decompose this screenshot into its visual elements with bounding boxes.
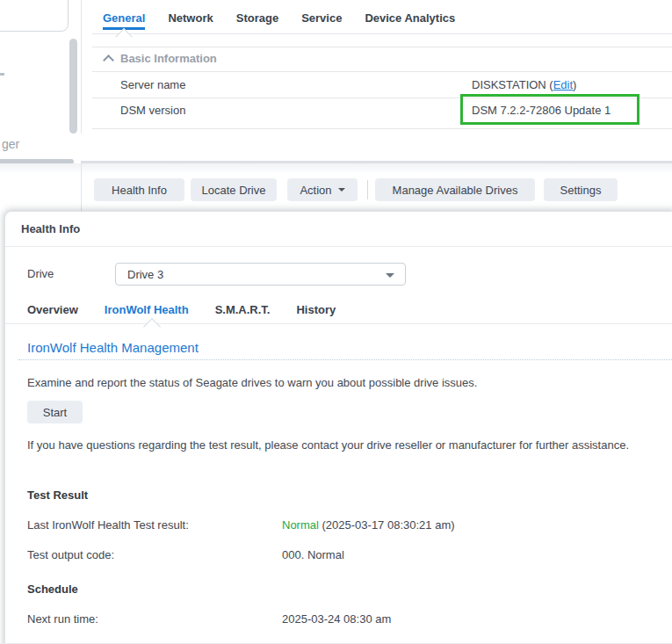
last-test-value: Normal (2025-03-17 08:30:21 am) xyxy=(282,518,455,532)
drive-label: Drive xyxy=(27,267,54,280)
left-edge-mark xyxy=(0,73,4,76)
notch-up-icon xyxy=(115,28,133,46)
dialog-title: Health Info xyxy=(21,222,80,235)
locate-drive-button-label: Locate Drive xyxy=(202,184,266,197)
schedule-heading: Schedule xyxy=(27,582,78,596)
test-result-heading: Test Result xyxy=(27,488,88,502)
window-top-fade xyxy=(0,163,672,174)
panel-divider xyxy=(81,0,82,134)
tab-overview[interactable]: Overview xyxy=(27,303,78,316)
divider xyxy=(92,71,672,72)
panel-divider xyxy=(81,163,82,211)
divider xyxy=(5,246,672,247)
action-menu-button[interactable]: Action xyxy=(287,178,358,201)
window-title-fragment: ger xyxy=(2,137,19,151)
divider xyxy=(92,47,672,47)
chevron-up-icon[interactable] xyxy=(103,54,114,66)
server-name-text: DISKSTATION ( xyxy=(472,78,553,91)
tab-device-analytics[interactable]: Device Analytics xyxy=(365,11,455,30)
health-info-button[interactable]: Health Info xyxy=(94,178,184,201)
toolbar-separator xyxy=(367,180,368,199)
description-text: Examine and report the status of Seagate… xyxy=(27,376,477,389)
control-panel-tab-bar: General Network Storage Service Device A… xyxy=(103,11,455,30)
manage-available-drives-button[interactable]: Manage Available Drives xyxy=(375,178,535,201)
health-info-dialog: Health Info Drive Drive 3 Overview IronW… xyxy=(4,211,672,644)
ironwolf-section-heading: IronWolf Health Management xyxy=(27,340,199,355)
tab-service[interactable]: Service xyxy=(301,11,342,30)
caret-down-icon xyxy=(338,188,345,192)
start-button[interactable]: Start xyxy=(27,401,83,423)
status-normal: Normal xyxy=(282,518,319,532)
left-panel-corner-box xyxy=(0,0,69,32)
server-name-value: DISKSTATION (Edit) xyxy=(472,78,576,91)
settings-button-label: Settings xyxy=(560,184,602,197)
caret-down-icon xyxy=(386,273,394,278)
server-name-label: Server name xyxy=(120,78,185,91)
edit-link[interactable]: Edit xyxy=(553,78,573,91)
start-button-label: Start xyxy=(43,406,67,419)
divider xyxy=(5,323,672,324)
note-text: If you have questions regarding the test… xyxy=(27,436,655,455)
output-code-value: 000. Normal xyxy=(282,548,344,561)
tab-general[interactable]: General xyxy=(103,11,145,30)
basic-information-title: Basic Information xyxy=(120,52,217,65)
server-name-suffix: ) xyxy=(573,78,576,91)
screenshot-root: General Network Storage Service Device A… xyxy=(0,0,672,644)
dialog-tab-bar: Overview IronWolf Health S.M.A.R.T. Hist… xyxy=(27,303,336,316)
tab-history[interactable]: History xyxy=(296,303,336,316)
dsm-version-label: DSM version xyxy=(120,104,185,117)
output-code-label: Test output code: xyxy=(27,548,114,561)
drive-select[interactable]: Drive 3 xyxy=(115,263,406,286)
next-run-label: Next run time: xyxy=(27,612,98,626)
health-info-button-label: Health Info xyxy=(112,184,167,197)
drive-select-value: Drive 3 xyxy=(127,268,163,281)
action-button-label: Action xyxy=(300,184,331,197)
tab-storage[interactable]: Storage xyxy=(236,11,278,30)
divider xyxy=(92,33,672,34)
tab-network[interactable]: Network xyxy=(168,11,213,30)
next-run-value: 2025-03-24 08:30 am xyxy=(282,612,391,626)
divider xyxy=(92,128,672,129)
settings-button[interactable]: Settings xyxy=(544,178,618,201)
annotation-highlight-box xyxy=(460,94,639,125)
tab-smart[interactable]: S.M.A.R.T. xyxy=(215,303,271,316)
last-test-label: Last IronWolf Health Test result: xyxy=(27,518,189,532)
locate-drive-button[interactable]: Locate Drive xyxy=(191,178,277,201)
dotted-divider xyxy=(18,359,672,360)
scrollbar-thumb[interactable] xyxy=(69,39,77,134)
tab-ironwolf-health[interactable]: IronWolf Health xyxy=(105,303,189,316)
last-test-timestamp: (2025-03-17 08:30:21 am) xyxy=(319,518,455,532)
notch-up-icon xyxy=(143,318,161,336)
manage-available-drives-label: Manage Available Drives xyxy=(393,184,518,197)
